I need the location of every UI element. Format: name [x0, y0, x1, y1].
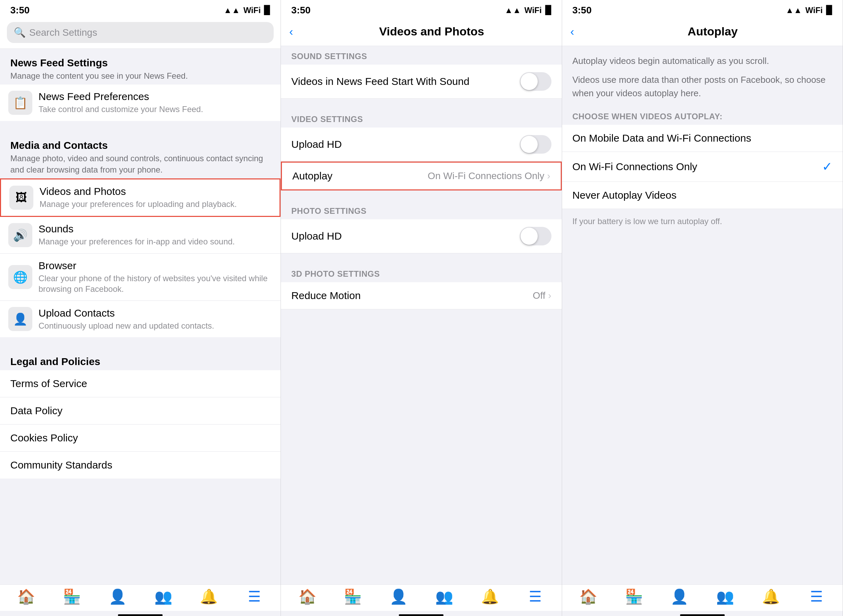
upload-hd-video-thumb — [520, 136, 538, 153]
autoplay-current-value: On Wi-Fi Connections Only — [428, 170, 544, 182]
tab-notifications-2[interactable]: 🔔 — [478, 590, 502, 604]
data-policy-link[interactable]: Data Policy — [0, 397, 280, 425]
autoplay-desc-2: Videos use more data than other posts on… — [562, 73, 843, 106]
legal-header: Legal and Policies — [0, 348, 280, 370]
search-bar[interactable]: 🔍 Search Settings — [7, 22, 274, 43]
autoplay-footer: If your battery is low we turn autoplay … — [562, 209, 843, 234]
tab-home-1[interactable]: 🏠 — [14, 590, 38, 604]
upload-hd-video-toggle-row[interactable]: Upload HD — [281, 128, 562, 161]
tab-home-3[interactable]: 🏠 — [576, 590, 600, 604]
upload-contacts-item[interactable]: 👤 Upload Contacts Continuously upload ne… — [0, 301, 280, 337]
browser-title: Browser — [38, 260, 272, 271]
tab-home-2[interactable]: 🏠 — [295, 590, 320, 604]
search-icon: 🔍 — [14, 27, 26, 38]
autoplay-label: Autoplay — [292, 170, 333, 182]
autoplay-scroll[interactable]: Autoplay videos begin automatically as y… — [562, 46, 843, 584]
videos-photos-icon: 🖼 — [9, 186, 33, 210]
option-mobile-wifi[interactable]: On Mobile Data and Wi-Fi Connections — [562, 125, 843, 152]
autoplay-chevron: › — [547, 170, 550, 182]
upload-hd-video-label: Upload HD — [291, 139, 342, 150]
tab-store-3[interactable]: 🏪 — [622, 590, 646, 604]
3d-photo-settings-list: Reduce Motion Off › — [281, 282, 562, 309]
tab-notifications-1[interactable]: 🔔 — [196, 590, 221, 604]
tab-groups-3[interactable]: 👥 — [713, 590, 737, 604]
tab-store-2[interactable]: 🏪 — [341, 590, 365, 604]
wifi-icon-2: WiFi — [524, 6, 541, 15]
upload-contacts-desc: Continuously upload new and updated cont… — [38, 320, 272, 331]
back-btn-3[interactable]: ‹ — [570, 25, 591, 38]
news-feed-subtitle: Manage the content you see in your News … — [10, 70, 270, 82]
videos-photos-desc: Manage your preferences for uploading an… — [40, 199, 271, 209]
news-feed-sound-toggle[interactable] — [520, 72, 551, 91]
upload-hd-photo-toggle[interactable] — [520, 227, 551, 245]
tab-store-1[interactable]: 🏪 — [60, 590, 84, 604]
signal-icon-1: ▲▲ — [223, 6, 240, 15]
videos-photos-text: Videos and Photos Manage your preference… — [40, 186, 271, 209]
time-2: 3:50 — [291, 5, 311, 16]
battery-icon-3: ▉ — [826, 6, 832, 15]
tab-groups-1[interactable]: 👥 — [151, 590, 175, 604]
tab-menu-1[interactable]: ☰ — [242, 590, 267, 604]
videos-photos-scroll[interactable]: SOUND SETTINGS Videos in News Feed Start… — [281, 46, 562, 584]
reduce-motion-current-value: Off — [532, 290, 545, 301]
status-icons-3: ▲▲ WiFi ▉ — [786, 6, 832, 15]
upload-hd-video-toggle[interactable] — [520, 135, 551, 154]
option-never[interactable]: Never Autoplay Videos — [562, 182, 843, 209]
preferences-desc: Take control and customize your News Fee… — [38, 104, 272, 114]
news-feed-preferences-item[interactable]: 📋 News Feed Preferences Take control and… — [0, 85, 280, 121]
reduce-motion-label: Reduce Motion — [291, 290, 361, 301]
media-list: 🖼 Videos and Photos Manage your preferen… — [0, 178, 280, 337]
autoplay-desc-text-2: Videos use more data than other posts on… — [572, 75, 826, 98]
status-bar-1: 3:50 ▲▲ WiFi ▉ — [0, 0, 280, 19]
option-mobile-wifi-label: On Mobile Data and Wi-Fi Connections — [572, 132, 751, 144]
autoplay-options-list: On Mobile Data and Wi-Fi Connections On … — [562, 125, 843, 209]
media-header: Media and Contacts Manage photo, video a… — [0, 131, 280, 178]
wifi-only-checkmark: ✓ — [822, 160, 832, 174]
autoplay-panel: 3:50 ▲▲ WiFi ▉ ‹ Autoplay Autoplay video… — [562, 0, 843, 616]
tab-profile-2[interactable]: 👤 — [386, 590, 411, 604]
tab-notifications-3[interactable]: 🔔 — [759, 590, 783, 604]
videos-photos-panel-title: Videos and Photos — [310, 25, 553, 38]
autoplay-desc-text-1: Autoplay videos begin automatically as y… — [572, 56, 769, 66]
status-bar-3: 3:50 ▲▲ WiFi ▉ — [562, 0, 843, 19]
tab-groups-2[interactable]: 👥 — [432, 590, 456, 604]
autoplay-panel-title: Autoplay — [591, 25, 834, 38]
sounds-item[interactable]: 🔊 Sounds Manage your preferences for in-… — [0, 217, 280, 254]
tab-menu-2[interactable]: ☰ — [523, 590, 547, 604]
news-feed-sound-toggle-row[interactable]: Videos in News Feed Start With Sound — [281, 65, 562, 99]
back-btn-2[interactable]: ‹ — [289, 25, 310, 38]
option-wifi-only[interactable]: On Wi-Fi Connections Only ✓ — [562, 152, 843, 182]
option-wifi-only-label: On Wi-Fi Connections Only — [572, 161, 697, 173]
settings-scroll[interactable]: News Feed Settings Manage the content yo… — [0, 49, 280, 584]
terms-link[interactable]: Terms of Service — [0, 370, 280, 397]
videos-photos-header: ‹ Videos and Photos — [281, 19, 562, 46]
community-link[interactable]: Community Standards — [0, 452, 280, 478]
autoplay-nav-row[interactable]: Autoplay On Wi-Fi Connections Only › — [281, 161, 562, 191]
tab-profile-3[interactable]: 👤 — [667, 590, 691, 604]
time-3: 3:50 — [572, 5, 592, 16]
media-title: Media and Contacts — [10, 139, 270, 151]
time-1: 3:50 — [10, 5, 29, 16]
video-settings-list: Upload HD Autoplay On Wi-Fi Connections … — [281, 128, 562, 191]
wifi-icon-1: WiFi — [243, 6, 261, 15]
tab-bar-2: 🏠 🏪 👤 👥 🔔 ☰ — [281, 584, 562, 611]
tab-menu-3[interactable]: ☰ — [805, 590, 828, 604]
3d-photo-settings-label: 3D PHOTO SETTINGS — [281, 264, 562, 282]
autoplay-footer-text: If your battery is low we turn autoplay … — [572, 217, 722, 226]
media-subtitle: Manage photo, video and sound controls, … — [10, 153, 270, 176]
cookies-link[interactable]: Cookies Policy — [0, 425, 280, 452]
upload-hd-photo-thumb — [520, 227, 538, 245]
signal-icon-2: ▲▲ — [505, 6, 521, 15]
status-icons-2: ▲▲ WiFi ▉ — [505, 6, 551, 15]
browser-icon: 🌐 — [8, 265, 32, 289]
sounds-icon: 🔊 — [8, 223, 32, 247]
videos-photos-item[interactable]: 🖼 Videos and Photos Manage your preferen… — [0, 178, 280, 217]
reduce-motion-nav-row[interactable]: Reduce Motion Off › — [281, 282, 562, 309]
videos-photos-panel: 3:50 ▲▲ WiFi ▉ ‹ Videos and Photos SOUND… — [281, 0, 562, 616]
upload-hd-photo-label: Upload HD — [291, 230, 342, 242]
browser-item[interactable]: 🌐 Browser Clear your phone of the histor… — [0, 254, 280, 301]
news-feed-header: News Feed Settings Manage the content yo… — [0, 49, 280, 85]
tab-profile-1[interactable]: 👤 — [106, 590, 130, 604]
upload-hd-photo-toggle-row[interactable]: Upload HD — [281, 219, 562, 253]
sound-settings-list: Videos in News Feed Start With Sound — [281, 65, 562, 99]
